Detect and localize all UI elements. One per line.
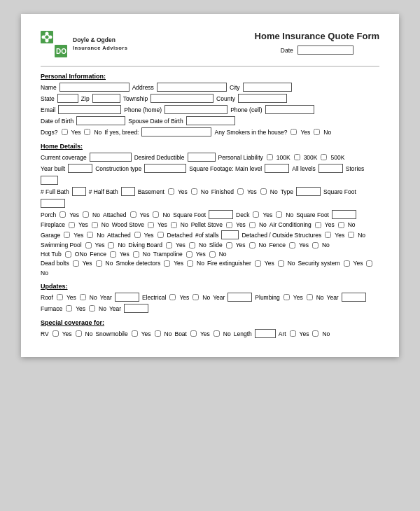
smoke-yes-checkbox[interactable]	[164, 260, 170, 267]
stalls-input[interactable]	[221, 230, 239, 239]
security-no-checkbox[interactable]	[366, 260, 372, 267]
rv-no-checkbox[interactable]	[76, 330, 82, 337]
dogs-yes-checkbox[interactable]	[62, 129, 68, 135]
porch-attached-no-checkbox[interactable]	[153, 211, 159, 218]
deck-no-checkbox[interactable]	[276, 211, 282, 218]
plumbing-no-checkbox[interactable]	[307, 294, 313, 300]
garage-yes-checkbox[interactable]	[64, 232, 70, 238]
state-input[interactable]	[57, 94, 78, 103]
boat-yes-checkbox[interactable]	[190, 330, 197, 337]
spouse-dob-input[interactable]	[186, 116, 235, 125]
smokers-yes-checkbox[interactable]	[290, 129, 297, 135]
township-input[interactable]	[150, 94, 214, 103]
pellet-stove-yes-checkbox[interactable]	[226, 222, 232, 228]
det-struct-yes-checkbox[interactable]	[325, 232, 331, 238]
zip-input[interactable]	[92, 94, 120, 103]
full-bath-input[interactable]	[72, 187, 86, 196]
plumbing-yes-checkbox[interactable]	[284, 294, 290, 300]
furnace-year-input[interactable]	[124, 304, 148, 313]
name-input[interactable]	[59, 83, 130, 92]
fireplace-yes-checkbox[interactable]	[69, 222, 75, 228]
date-input[interactable]	[298, 46, 354, 55]
stories-input[interactable]	[41, 176, 58, 185]
dead-bolts-no-checkbox[interactable]	[96, 260, 102, 267]
liability-300k-checkbox[interactable]	[294, 154, 300, 160]
porch-yes-checkbox[interactable]	[59, 211, 66, 218]
porch-no-checkbox[interactable]	[83, 211, 89, 218]
slide-yes-checkbox[interactable]	[226, 242, 232, 248]
fence2-no-checkbox[interactable]	[133, 251, 139, 258]
liability-100k-checkbox[interactable]	[267, 154, 273, 160]
porch-attached-yes-checkbox[interactable]	[130, 211, 136, 218]
electrical-no-checkbox[interactable]	[192, 294, 199, 300]
plumbing-year-input[interactable]	[342, 293, 366, 302]
garage-detached-checkbox[interactable]	[158, 232, 164, 238]
art-yes-checkbox[interactable]	[290, 330, 296, 337]
pellet-stove-no-checkbox[interactable]	[249, 222, 255, 228]
fireplace-no-checkbox[interactable]	[92, 222, 98, 228]
garage-no-checkbox[interactable]	[87, 232, 93, 238]
sq-foot-input[interactable]	[41, 199, 65, 208]
snowmobile-no-checkbox[interactable]	[155, 330, 161, 337]
fence-no-checkbox[interactable]	[312, 242, 318, 248]
dob-input[interactable]	[76, 116, 125, 125]
main-level-input[interactable]	[265, 164, 289, 173]
basement-no-checkbox[interactable]	[191, 188, 197, 195]
phone-cell-input[interactable]	[265, 105, 314, 114]
dogs-no-checkbox[interactable]	[84, 129, 90, 135]
furnace-no-checkbox[interactable]	[89, 305, 95, 312]
deck-yes-checkbox[interactable]	[253, 211, 259, 218]
air-cond-no-checkbox[interactable]	[338, 222, 344, 228]
trampoline-no-checkbox[interactable]	[209, 251, 216, 258]
desired-deductible-input[interactable]	[188, 153, 216, 162]
email-input[interactable]	[58, 105, 121, 114]
boat-length-input[interactable]	[255, 329, 276, 338]
phone-home-input[interactable]	[164, 105, 227, 114]
half-bath-input[interactable]	[121, 187, 135, 196]
rv-yes-checkbox[interactable]	[52, 330, 59, 337]
det-struct-no-checkbox[interactable]	[348, 232, 354, 238]
security-yes-checkbox[interactable]	[344, 260, 350, 267]
all-levels-input[interactable]	[318, 164, 343, 173]
wood-stove-no-checkbox[interactable]	[171, 222, 177, 228]
air-cond-yes-checkbox[interactable]	[315, 222, 321, 228]
construction-type-input[interactable]	[144, 164, 186, 173]
roof-no-checkbox[interactable]	[80, 294, 86, 300]
fire-ext-no-checkbox[interactable]	[278, 260, 284, 267]
diving-board-no-checkbox[interactable]	[189, 242, 195, 248]
city-input[interactable]	[243, 83, 292, 92]
porch-sqft-input[interactable]	[209, 210, 233, 219]
current-coverage-input[interactable]	[90, 153, 132, 162]
trampoline-yes-checkbox[interactable]	[186, 251, 192, 258]
slide-no-checkbox[interactable]	[249, 242, 255, 248]
diving-board-yes-checkbox[interactable]	[166, 242, 172, 248]
fence-yes-checkbox[interactable]	[289, 242, 295, 248]
snowmobile-yes-checkbox[interactable]	[132, 330, 138, 337]
breed-input[interactable]	[141, 127, 211, 136]
art-no-checkbox[interactable]	[312, 330, 318, 337]
smokers-no-checkbox[interactable]	[314, 129, 320, 135]
pool-yes-checkbox[interactable]	[85, 242, 92, 248]
pool-no-checkbox[interactable]	[108, 242, 114, 248]
basement-yes-checkbox[interactable]	[168, 188, 174, 195]
hot-tub-o-checkbox[interactable]	[65, 251, 71, 258]
type-input[interactable]	[296, 187, 321, 196]
roof-yes-checkbox[interactable]	[57, 294, 63, 300]
roof-year-input[interactable]	[115, 293, 139, 302]
boat-no-checkbox[interactable]	[214, 330, 220, 337]
liability-500k-checkbox[interactable]	[321, 154, 327, 160]
wood-stove-yes-checkbox[interactable]	[148, 222, 154, 228]
smoke-no-checkbox[interactable]	[187, 260, 193, 267]
dead-bolts-yes-checkbox[interactable]	[73, 260, 79, 267]
fire-ext-yes-checkbox[interactable]	[255, 260, 261, 267]
garage-attached-yes-checkbox[interactable]	[134, 232, 141, 238]
finished-yes-checkbox[interactable]	[237, 188, 244, 195]
deck-sqft-input[interactable]	[332, 210, 356, 219]
electrical-yes-checkbox[interactable]	[169, 294, 176, 300]
address-input[interactable]	[157, 83, 227, 92]
county-input[interactable]	[238, 94, 287, 103]
furnace-yes-checkbox[interactable]	[66, 305, 72, 312]
fence2-yes-checkbox[interactable]	[110, 251, 116, 258]
year-built-input[interactable]	[68, 164, 92, 173]
finished-no-checkbox[interactable]	[260, 188, 267, 195]
